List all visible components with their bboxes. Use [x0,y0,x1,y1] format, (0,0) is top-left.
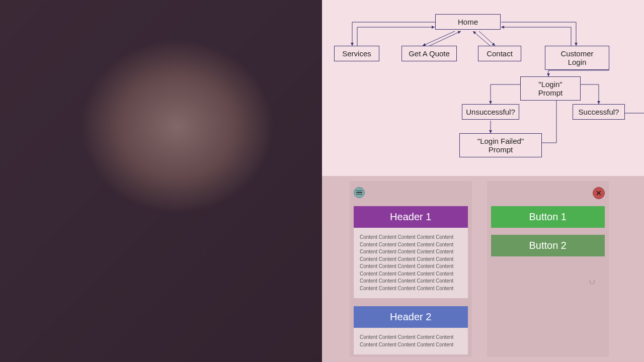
content-block-one: Content Content Content Content Content … [354,228,468,298]
header-one: Header 1 [354,206,468,228]
node-label: Unsuccessful? [466,108,515,116]
button-one[interactable]: Button 1 [491,206,605,228]
node-label: Get A Quote [409,49,450,58]
node-get-quote: Get A Quote [401,46,457,61]
node-label: Services [342,49,371,58]
node-label: Customer Login [551,49,603,66]
node-unsuccessful: Unsuccessful? [462,104,519,120]
button-two[interactable]: Button 2 [491,235,605,256]
node-label: Contact [487,49,513,58]
node-login-prompt: "Login" Prompt [520,76,581,101]
button-label: Button 2 [529,240,567,251]
wireframe-panel: Header 1 Content Content Content Content… [322,176,644,362]
node-label: "Login Failed" Prompt [466,137,535,154]
node-customer-login: Customer Login [545,46,609,70]
node-label: Home [458,18,478,26]
content-block-two: Content Content Content Content Content … [354,328,468,354]
node-login-failed: "Login Failed" Prompt [459,133,542,157]
node-successful: Successful? [573,104,625,120]
content-text: Content Content Content Content Content … [360,234,453,291]
node-services: Services [334,46,379,61]
loading-icon [590,279,595,284]
wireframe-card-left: Header 1 Content Content Content Content… [350,181,472,357]
node-label: "Login" Prompt [527,80,574,97]
node-home: Home [435,14,501,30]
header-label: Header 1 [390,211,431,222]
content-text: Content Content Content Content Content … [360,334,453,347]
button-label: Button 1 [529,211,567,222]
header-label: Header 2 [390,311,431,322]
node-label: Successful? [579,108,619,116]
flowchart-panel: Home Services Get A Quote Contact Custom… [322,0,644,176]
decorative-photo [0,0,322,362]
wireframe-card-right: ✕ Button 1 Button 2 [487,181,609,357]
header-two: Header 2 [354,306,468,328]
hamburger-icon[interactable] [354,187,365,198]
node-contact: Contact [478,46,521,61]
close-icon[interactable]: ✕ [593,187,605,199]
